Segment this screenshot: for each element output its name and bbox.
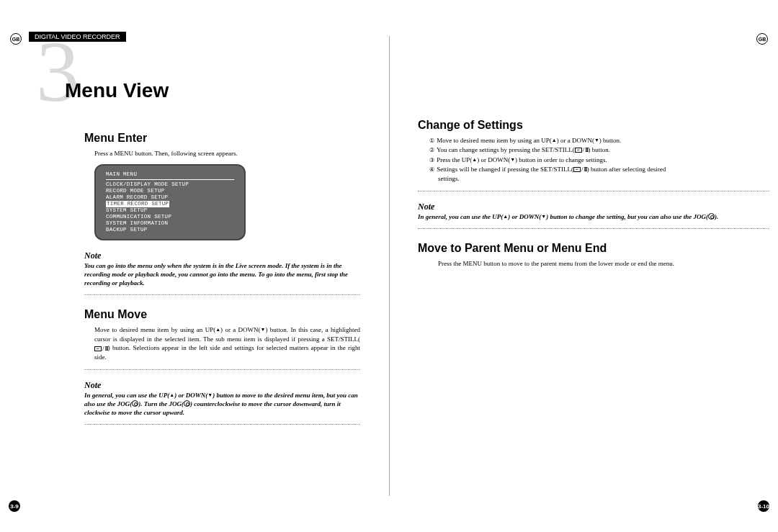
dotted-separator xyxy=(84,369,360,370)
note-label: Note xyxy=(84,380,360,391)
text-fragment: ) or a DOWN( xyxy=(557,137,594,144)
dotted-separator xyxy=(418,228,769,229)
text-fragment: ) button. Selections appear in the left … xyxy=(94,344,360,361)
chapter-number: 3 xyxy=(36,29,79,115)
text-fragment: In general, you can use the UP( xyxy=(418,213,503,220)
left-content: Menu Enter Press a MENU button. Then, fo… xyxy=(84,132,360,425)
dotted-separator xyxy=(418,191,769,191)
page-number-right: 3-10 xyxy=(758,500,769,512)
lang-badge-left: GB xyxy=(10,33,22,45)
section-menu-enter: Menu Enter Press a MENU button. Then, fo… xyxy=(84,132,360,295)
text-fragment: Settings will be changed if pressing the… xyxy=(437,166,573,173)
lang-badge-right: GB xyxy=(756,33,768,45)
list-item: ③ Press the UP(▲) or DOWN(▼) button in o… xyxy=(428,155,769,165)
text-fragment: ) or a DOWN( xyxy=(220,326,260,333)
dotted-separator xyxy=(84,424,360,425)
text-fragment: ) button. xyxy=(588,146,610,153)
down-arrow-icon: ▼ xyxy=(594,137,599,144)
right-page: GB Change of Settings ① Move to desired … xyxy=(389,0,778,532)
list-item: ② You can change settings by pressing th… xyxy=(428,145,769,155)
monitor-line-highlighted: TIMER RECORD SETUP xyxy=(106,201,169,207)
text-fragment: ) or DOWN( xyxy=(477,156,510,163)
section-change-settings: Change of Settings ① Move to desired men… xyxy=(418,119,769,229)
text-fragment: Move to desired menu item by using an UP… xyxy=(437,137,551,144)
section-title: Move to Parent Menu or Menu End xyxy=(418,242,769,255)
section-body: Press the MENU button to move to the par… xyxy=(438,259,769,269)
monitor-line: BACKUP SETUP xyxy=(106,227,234,233)
section-move-parent: Move to Parent Menu or Menu End Press th… xyxy=(418,242,769,269)
circled-number-icon: ④ xyxy=(428,166,435,173)
page-number-left: 3-9 xyxy=(9,500,20,512)
circled-number-icon: ② xyxy=(428,146,435,153)
enter-icon: ↵ xyxy=(575,148,582,153)
text-fragment: ) or DOWN( xyxy=(508,213,541,220)
text-fragment: ) button. xyxy=(599,137,622,144)
monitor-line: SYSTEM SETUP xyxy=(106,207,234,214)
section-menu-move: Menu Move Move to desired menu item by u… xyxy=(84,308,360,425)
text-fragment: Move to desired menu item by using an UP… xyxy=(94,326,215,333)
text-fragment: ) or DOWN( xyxy=(174,392,207,399)
circled-number-icon: ③ xyxy=(428,156,435,163)
dotted-separator xyxy=(84,294,360,295)
enter-icon: ↵ xyxy=(573,167,581,172)
list-item: ④ Settings will be changed if pressing t… xyxy=(428,165,769,174)
section-body: Move to desired menu item by using an UP… xyxy=(94,325,360,362)
section-title: Menu Enter xyxy=(84,132,360,145)
jog-icon xyxy=(184,400,190,407)
note-text: In general, you can use the UP(▲) or DOW… xyxy=(84,391,360,417)
monitor-screen: MAIN MENU CLOCK/DISPLAY MODE SETUP RECOR… xyxy=(106,171,234,233)
monitor-line: RECORD MODE SETUP xyxy=(106,188,234,194)
set-still-icon: ↵/II xyxy=(573,165,587,174)
manual-spread: GB DIGITAL VIDEO RECORDER 3 Menu View Me… xyxy=(0,0,778,532)
left-page: GB DIGITAL VIDEO RECORDER 3 Menu View Me… xyxy=(0,0,389,532)
list-item: ① Move to desired menu item by using an … xyxy=(428,136,769,145)
text-fragment: Press the UP( xyxy=(437,156,472,163)
text-fragment: ) button after selecting desired xyxy=(587,166,666,173)
jog-icon xyxy=(708,213,715,220)
section-title: Menu Move xyxy=(84,308,360,321)
section-title: Change of Settings xyxy=(418,119,769,132)
section-body: ① Move to desired menu item by using an … xyxy=(428,136,769,184)
jog-icon xyxy=(132,400,138,407)
text-fragment: ) button in order to change settings. xyxy=(515,156,607,163)
set-still-icon: ↵/II xyxy=(94,344,108,353)
note-text: You can go into the menu only when the s… xyxy=(84,261,360,287)
text-fragment: ) button to change the setting, but you … xyxy=(546,213,708,220)
right-content: Change of Settings ① Move to desired men… xyxy=(418,119,769,269)
up-arrow-icon: ▲ xyxy=(552,137,557,144)
set-still-icon: ↵/II xyxy=(575,145,589,155)
circled-number-icon: ① xyxy=(428,137,435,144)
enter-icon: ↵ xyxy=(94,346,102,351)
note-text: In general, you can use the UP(▲) or DOW… xyxy=(418,212,769,221)
text-fragment: ). xyxy=(715,213,718,220)
monitor-line: ALARM RECORD SETUP xyxy=(106,194,234,201)
monitor-line: CLOCK/DISPLAY MODE SETUP xyxy=(106,181,234,188)
chapter-title: Menu View xyxy=(65,79,169,102)
monitor-title: MAIN MENU xyxy=(106,171,234,180)
note-label: Note xyxy=(418,202,769,212)
down-arrow-icon: ▼ xyxy=(261,327,266,334)
note-label: Note xyxy=(84,251,360,261)
text-fragment: In general, you can use the UP( xyxy=(84,392,169,399)
monitor-illustration: MAIN MENU CLOCK/DISPLAY MODE SETUP RECOR… xyxy=(94,164,246,240)
monitor-line: SYSTEM INFORMATION xyxy=(106,220,234,227)
monitor-line: COMMUNICATION SETUP xyxy=(106,214,234,220)
text-fragment: ). Turn the JOG( xyxy=(138,400,184,407)
list-item-tail: settings. xyxy=(438,174,769,184)
section-body: Press a MENU button. Then, following scr… xyxy=(94,149,360,158)
text-fragment: You can change settings by pressing the … xyxy=(437,146,575,153)
